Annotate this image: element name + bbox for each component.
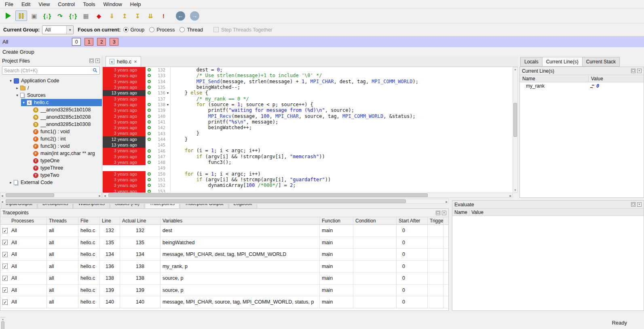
editor-hscrollbar[interactable]: ◀ ▶ [103,193,513,198]
interrupt-button[interactable]: ! [158,10,169,21]
checkbox[interactable]: ✓ [2,240,8,245]
tracepoint-dot-icon[interactable] [148,155,151,158]
checkbox[interactable]: ✓ [2,287,8,293]
evaluate-name-header[interactable]: Name [452,210,469,215]
tracepoint-row[interactable]: ✓Allallhello.c136138my_rank, pmain0 [0,261,448,273]
menu-edit[interactable]: Edit [17,0,34,8]
gutter-line[interactable]: 133 [146,73,170,78]
tracepoint-dot-icon[interactable] [148,132,151,135]
gutter-line[interactable]: 143 [146,130,170,136]
collapse-icon[interactable]: ▾ [8,79,13,83]
thread-run-to-button[interactable]: ↧ [132,10,144,21]
scrollbar-thumb[interactable] [6,193,54,197]
tracepoint-row[interactable]: ✓Allallhello.c134134message, MPI_CHAR, d… [0,249,448,261]
editor-tab-hello-c[interactable]: c hello.c × [106,56,141,67]
tracepoint-dot-icon[interactable] [148,190,151,193]
focus-option-thread[interactable]: Thread [179,27,203,33]
close-icon[interactable]: × [442,211,446,215]
tracepoint-row[interactable]: ✓Allallhello.c132132destmain0 [0,225,448,237]
tree-item-[interactable]: ▸/ [15,84,102,92]
menu-window[interactable]: Window [99,0,126,8]
step-out-group-button[interactable]: {↑} [67,10,79,21]
gutter-line[interactable]: 146 [146,148,170,153]
tree-item-anond3285c1b0108[interactable]: S__anond3285c1b0108 [27,106,102,113]
thread-step-list-button[interactable]: ⇊ [145,10,156,21]
gutter-line[interactable]: 139 [146,107,170,113]
gutter-line[interactable]: 145 [146,142,170,148]
scroll-right-icon[interactable]: ▶ [99,195,101,197]
gutter-line[interactable]: 149 [146,165,170,171]
tracepoint-dot-icon[interactable] [148,126,151,129]
checkbox[interactable]: ✓ [2,252,8,257]
column-header-actual-line[interactable]: Actual Line [120,217,160,224]
tracepoint-row[interactable]: ✓Allallhello.c140140message, MPI_CHAR, s… [0,296,448,308]
tracepoints-hscrollbar[interactable]: ◀ ▶ [0,199,449,204]
tree-item-anond3285c1b0208[interactable]: S__anond3285c1b0208 [27,113,102,121]
search-box[interactable] [2,66,100,75]
collapse-icon[interactable]: ▾ [15,93,20,97]
gutter-line[interactable]: 138▾ [146,102,170,107]
expand-icon[interactable]: ▸ [8,180,13,184]
collapse-icon[interactable]: ▾ [21,101,26,105]
line-menu-arrow-icon[interactable]: ▾ [165,103,170,107]
gutter-line[interactable]: 144 [146,136,170,142]
gutter-line[interactable]: 135 [146,84,170,90]
menu-view[interactable]: View [34,0,54,8]
tab-locals[interactable]: Locals [520,57,543,67]
step-into-group-button[interactable]: {↓} [41,10,53,21]
process-button-1[interactable]: 1 [84,38,93,46]
tracepoint-dot-icon[interactable] [148,103,151,106]
checkbox[interactable]: ✓ [2,264,8,269]
gutter-line[interactable]: 152 [146,182,170,188]
tracepoint-row[interactable]: ✓Allallhello.c138138source, pmain0 [0,272,448,285]
scroll-left-icon[interactable]: ◀ [1,201,3,203]
tracepoint-dot-icon[interactable] [148,109,151,112]
gutter-line[interactable]: 140 [146,113,170,119]
thread-step-out-button[interactable]: ↥ [119,10,131,21]
value-column-header[interactable]: Value [589,76,644,82]
tracepoint-dot-icon[interactable] [148,68,151,71]
editor-vscrollbar[interactable]: ▲ ▼ [513,67,518,193]
step-over-group-button[interactable]: ↷ [54,10,66,21]
current-group-dropdown[interactable]: All ▾ [42,25,74,34]
checkbox[interactable]: ✓ [2,300,8,305]
tree-item-sources[interactable]: ▾Sources [15,92,102,99]
gutter-line[interactable]: 147 [146,154,170,159]
close-tab-icon[interactable]: × [134,59,137,64]
tracepoint-dot-icon[interactable] [148,161,151,164]
tracepoint-dot-icon[interactable] [148,172,151,176]
scrollbar-thumb[interactable] [6,199,406,203]
gutter-line[interactable]: 137 [146,96,170,102]
tree-item-anond3285c1b0308[interactable]: S__anond3285c1b0308 [27,121,102,128]
tracepoint-dot-icon[interactable] [148,74,151,77]
column-header-variables[interactable]: Variables [160,217,320,224]
tracepoint-dot-icon[interactable] [148,138,151,141]
tab-current-line-s[interactable]: Current Line(s) [543,57,583,67]
tracepoint-dot-icon[interactable] [148,120,151,124]
column-header-condition[interactable]: Condition [353,217,397,224]
tree-item-typeone[interactable]: TtypeOne [27,157,102,164]
name-column-header[interactable]: Name [520,76,589,82]
tracepoint-dot-icon[interactable] [148,149,151,153]
scrollbar-thumb[interactable] [513,103,517,137]
process-button-2[interactable]: 2 [97,38,106,46]
menu-control[interactable]: Control [54,0,79,8]
column-header-trigger[interactable]: Trigger [428,217,443,224]
undock-icon[interactable] [631,202,636,207]
tree-item-func1-void[interactable]: Ffunc1() : void [27,128,102,135]
tree-item-typethree[interactable]: TtypeThree [27,164,102,172]
tracepoint-dot-icon[interactable] [148,86,151,89]
tree-item-application-code[interactable]: ▾Application Code [8,77,102,84]
gutter-line[interactable]: 132 [146,67,170,73]
restart-button[interactable]: ▣ [28,10,40,21]
gutter-line[interactable]: 153 [146,189,170,193]
tree-item-func2-int[interactable]: Ffunc2() : int [27,135,102,142]
gutter-line[interactable]: 151 [146,177,170,182]
undock-icon[interactable] [89,59,94,63]
halt-button[interactable] [15,10,27,21]
thread-step-into-button[interactable]: ⇓ [106,10,118,21]
forward-button[interactable]: → [190,11,199,21]
gutter-line[interactable]: 134 [146,79,170,84]
menu-tools[interactable]: Tools [79,0,99,8]
process-button-0[interactable]: 0 [72,38,81,46]
